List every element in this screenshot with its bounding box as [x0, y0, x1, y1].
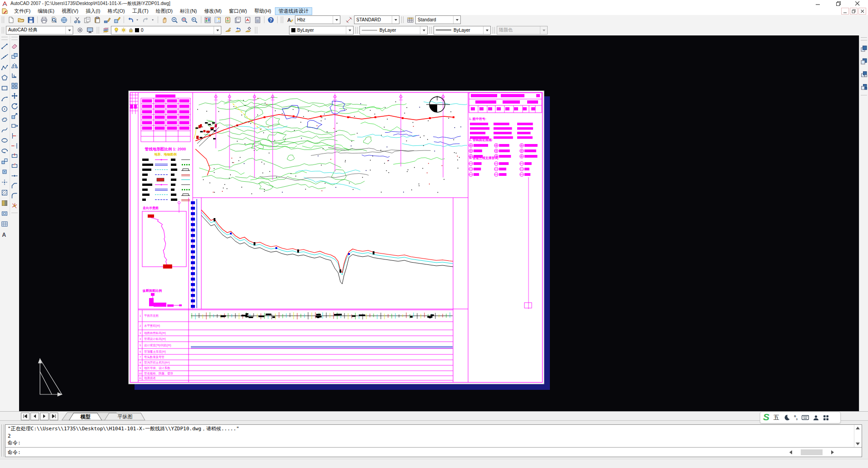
extend-button[interactable] — [10, 141, 19, 151]
layer-properties-button[interactable] — [101, 26, 111, 35]
sheetset-manager-button[interactable] — [233, 15, 243, 24]
plot-button[interactable] — [39, 15, 49, 24]
menu-帮助[interactable]: 帮助(H) — [251, 7, 275, 15]
make-layer-current-button[interactable] — [223, 26, 233, 35]
scale-button[interactable] — [10, 111, 19, 121]
chevron-down-icon[interactable] — [333, 16, 340, 24]
copy-clip-button[interactable] — [82, 15, 92, 24]
tab-previous-button[interactable] — [30, 413, 39, 420]
trim-button[interactable] — [10, 131, 19, 141]
make-block-button[interactable] — [0, 166, 9, 177]
copy-button[interactable] — [10, 51, 19, 61]
chamfer-button[interactable] — [10, 181, 19, 191]
toolbar-grip[interactable] — [2, 27, 4, 34]
menu-插入[interactable]: 插入(I) — [82, 7, 104, 15]
chevron-down-icon[interactable] — [453, 16, 460, 24]
text-style-combo[interactable]: Hbz — [295, 15, 340, 24]
mirror-button[interactable] — [10, 61, 19, 71]
child-minimize-button[interactable] — [841, 8, 849, 15]
menu-标注[interactable]: 标注(N) — [176, 7, 200, 15]
undo-button[interactable] — [125, 15, 135, 24]
point-button[interactable] — [0, 177, 9, 187]
rectangle-button[interactable] — [0, 83, 9, 93]
menu-修改[interactable]: 修改(M) — [200, 7, 225, 15]
my-workspace-button[interactable] — [85, 26, 95, 35]
offset-button[interactable] — [10, 71, 19, 81]
markup-set-manager-button[interactable] — [243, 15, 253, 24]
scroll-down-icon[interactable] — [854, 441, 861, 447]
menu-工具[interactable]: 工具(T) — [129, 7, 152, 15]
hatch-button[interactable] — [0, 187, 9, 198]
child-restore-button[interactable] — [850, 8, 858, 15]
menu-文件[interactable]: 文件(F) — [10, 7, 34, 15]
close-button[interactable] — [851, 0, 864, 7]
join-button[interactable] — [10, 171, 19, 181]
drawing-canvas[interactable]: 管线地形图比例 1: 2000地形、地物图例走向示意图纵断面图比例1. 图中符号… — [19, 35, 859, 411]
grid-icon[interactable] — [823, 415, 829, 421]
layer-previous-button[interactable] — [233, 26, 243, 35]
tab-last-button[interactable] — [50, 413, 58, 420]
sogou-logo[interactable]: S — [763, 413, 769, 422]
redo-button[interactable] — [141, 15, 151, 24]
chevron-down-icon[interactable] — [65, 26, 73, 34]
quickcalc-button[interactable] — [253, 15, 263, 24]
rotate-button[interactable] — [10, 101, 19, 111]
scroll-right-icon[interactable] — [829, 449, 836, 455]
gradient-button[interactable] — [0, 198, 9, 208]
drop-button[interactable] — [135, 15, 141, 24]
plot-preview-button[interactable] — [49, 15, 59, 24]
spline-button[interactable] — [0, 124, 9, 135]
table-button[interactable] — [0, 219, 9, 229]
multiline-text-button[interactable]: A — [0, 229, 9, 239]
color-combo[interactable]: ByLayer — [289, 26, 354, 35]
match-properties-button[interactable] — [102, 15, 112, 24]
erase-button[interactable] — [10, 41, 19, 51]
toolbar-grip[interactable] — [11, 37, 18, 40]
tool-palettes-button[interactable] — [223, 15, 233, 24]
chevron-down-icon[interactable] — [420, 26, 427, 34]
insert-block-button[interactable] — [0, 156, 9, 166]
stretch-button[interactable] — [10, 121, 19, 131]
send-to-back-button[interactable] — [859, 55, 868, 68]
pan-button[interactable] — [160, 15, 170, 24]
open-button[interactable] — [16, 15, 26, 24]
region-button[interactable] — [0, 208, 9, 219]
chevron-down-icon[interactable] — [346, 26, 353, 34]
menu-绘图[interactable]: 绘图(D) — [152, 7, 176, 15]
toolbar-grip[interactable] — [355, 27, 358, 34]
menu-编辑[interactable]: 编辑(E) — [34, 7, 58, 15]
array-button[interactable] — [10, 81, 19, 91]
child-close-button[interactable] — [858, 8, 866, 15]
command-input[interactable]: 命令: — [5, 448, 862, 457]
menu-窗口[interactable]: 窗口(W) — [225, 7, 251, 15]
cut-button[interactable] — [72, 15, 82, 24]
break-button[interactable] — [10, 161, 19, 171]
toolbar-grip[interactable] — [401, 16, 404, 23]
table-style-combo[interactable]: Standard — [415, 15, 461, 24]
toolbar-grip[interactable] — [493, 27, 495, 34]
dim-style-button[interactable] — [344, 15, 354, 24]
command-vscrollbar[interactable] — [854, 425, 862, 447]
scroll-thumb[interactable] — [801, 449, 823, 455]
polyline-button[interactable] — [0, 62, 9, 72]
toolbar-grip[interactable] — [2, 16, 4, 23]
dim-style-combo[interactable]: STANDARD — [354, 15, 399, 24]
zoom-realtime-button[interactable] — [170, 15, 180, 24]
circle-button[interactable] — [0, 104, 9, 114]
moon-icon[interactable] — [783, 414, 790, 421]
move-button[interactable] — [10, 91, 19, 101]
polygon-button[interactable] — [0, 72, 9, 83]
toolbar-grip[interactable] — [255, 27, 257, 34]
qnew-button[interactable] — [6, 15, 16, 24]
publish-button[interactable] — [59, 15, 69, 24]
revision-cloud-button[interactable] — [0, 114, 9, 124]
menu-pipeline-design[interactable]: 管道线路设计 — [275, 7, 312, 15]
toolbar-grip[interactable] — [97, 27, 99, 34]
toolbar-grip[interactable] — [429, 27, 432, 34]
help-button[interactable]: ? — [266, 15, 276, 24]
layer-combo[interactable]: 0 — [111, 26, 221, 35]
minimize-button[interactable] — [811, 0, 825, 7]
punctuation-icon[interactable]: °, — [794, 414, 798, 421]
workspace-settings-button[interactable] — [75, 26, 85, 35]
chevron-down-icon[interactable] — [483, 26, 490, 34]
